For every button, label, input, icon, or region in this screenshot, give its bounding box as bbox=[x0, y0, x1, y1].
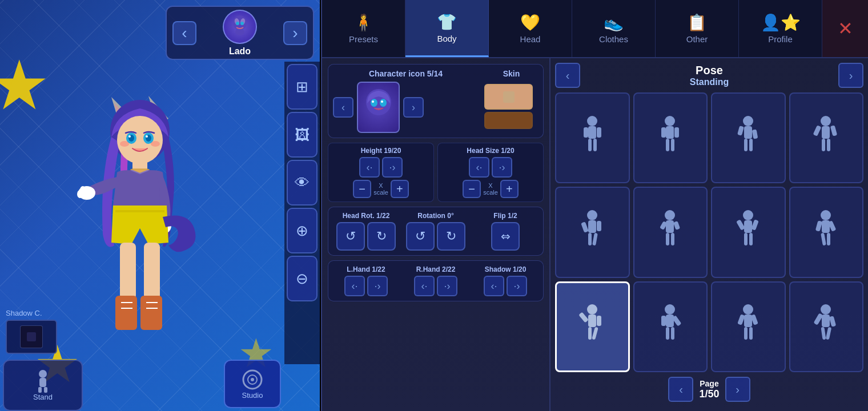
svg-point-45 bbox=[381, 100, 383, 103]
studio-button[interactable]: Studio bbox=[224, 360, 281, 408]
pose-item-8[interactable] bbox=[789, 187, 864, 277]
prev-page-button[interactable]: ‹ bbox=[668, 377, 693, 402]
pose-item-2[interactable] bbox=[633, 92, 708, 183]
char-icon-preview bbox=[357, 82, 400, 133]
pose-item-5[interactable] bbox=[555, 187, 630, 277]
rotation-ccw-button[interactable]: ↺ bbox=[406, 222, 435, 251]
skin-label: Skin bbox=[484, 69, 539, 78]
eye-button[interactable]: 👁 bbox=[287, 160, 318, 206]
prev-char-icon-button[interactable]: ‹ bbox=[333, 97, 353, 118]
svg-point-106 bbox=[743, 304, 753, 315]
skin-swatch-light[interactable] bbox=[484, 84, 533, 110]
hands-shadow-section: L.Hand 1/22 ‹· ·› R.Hand 2/22 ‹· ·› bbox=[328, 260, 544, 301]
height-label: Height 19/20 bbox=[333, 147, 429, 155]
tab-head[interactable]: 💛 Head bbox=[489, 0, 572, 57]
svg-point-82 bbox=[743, 210, 753, 220]
svg-point-88 bbox=[821, 210, 831, 220]
tab-clothes-label: Clothes bbox=[599, 34, 628, 44]
presets-icon: 🧍 bbox=[353, 13, 373, 32]
pose-item-9[interactable] bbox=[555, 281, 630, 372]
svg-rect-62 bbox=[744, 139, 748, 151]
rotation-section: Head Rot. 1/22 ↺ ↻ Rotation 0° ↺ ↻ bbox=[328, 207, 544, 256]
next-character-button[interactable]: › bbox=[283, 21, 307, 45]
stand-label: Stand bbox=[33, 393, 53, 401]
prev-shadow-button[interactable]: ‹· bbox=[484, 276, 504, 296]
svg-rect-80 bbox=[666, 233, 669, 245]
character-avatar-container: Lado bbox=[223, 10, 257, 57]
tab-presets[interactable]: 🧍 Presets bbox=[322, 0, 405, 57]
prev-head-size-button[interactable]: ‹· bbox=[469, 157, 489, 178]
svg-rect-117 bbox=[826, 327, 831, 340]
prev-r-hand-button[interactable]: ‹· bbox=[414, 276, 435, 296]
tab-profile[interactable]: 👤⭐ Profile bbox=[739, 0, 822, 57]
rotation-cw-button[interactable]: ↻ bbox=[437, 222, 465, 251]
flip-button[interactable]: ⇔ bbox=[491, 222, 520, 251]
head-size-minus-button[interactable]: − bbox=[463, 180, 481, 198]
svg-rect-66 bbox=[813, 125, 822, 136]
next-head-size-button[interactable]: ·› bbox=[492, 157, 512, 178]
add-grid-button[interactable]: ⊞ bbox=[287, 64, 318, 110]
pose-item-11[interactable] bbox=[711, 281, 786, 372]
next-r-hand-button[interactable]: ·› bbox=[437, 276, 457, 296]
svg-rect-107 bbox=[744, 315, 752, 327]
tab-bar: 🧍 Presets 👕 Body 💛 Head 👟 Clothes 📋 Othe… bbox=[322, 0, 868, 58]
stand-button[interactable]: Stand bbox=[3, 360, 83, 411]
shadow-swatch[interactable] bbox=[6, 320, 57, 354]
svg-rect-81 bbox=[671, 233, 674, 245]
svg-rect-68 bbox=[822, 139, 825, 151]
prev-pose-page-button[interactable]: ‹ bbox=[555, 63, 580, 88]
next-page-button[interactable]: › bbox=[725, 377, 750, 402]
next-height-button[interactable]: ·› bbox=[382, 157, 403, 178]
svg-rect-79 bbox=[673, 221, 680, 230]
svg-point-100 bbox=[665, 304, 675, 315]
head-size-plus-button[interactable]: + bbox=[500, 180, 519, 198]
next-shadow-button[interactable]: ·› bbox=[507, 276, 527, 296]
image-button[interactable]: 🖼 bbox=[287, 112, 318, 158]
head-size-scale-label: Xscale bbox=[483, 182, 498, 196]
pose-item-12[interactable] bbox=[789, 281, 864, 372]
svg-rect-72 bbox=[581, 221, 589, 233]
pose-item-1[interactable] bbox=[555, 92, 630, 183]
pose-item-4[interactable] bbox=[789, 92, 864, 183]
pose-title-container: Pose Standing bbox=[580, 64, 838, 87]
pose-title: Pose bbox=[580, 64, 838, 77]
height-plus-button[interactable]: + bbox=[391, 180, 409, 198]
character-name: Lado bbox=[229, 46, 251, 57]
zoom-in-button[interactable]: ⊕ bbox=[287, 208, 318, 253]
skin-swatch-dark[interactable] bbox=[484, 112, 533, 129]
l-hand-subsection: L.Hand 1/22 ‹· ·› bbox=[333, 265, 399, 296]
next-l-hand-button[interactable]: ·› bbox=[367, 276, 388, 296]
prev-character-button[interactable]: ‹ bbox=[172, 21, 196, 45]
tab-other[interactable]: 📋 Other bbox=[656, 0, 739, 57]
head-rot-ccw-button[interactable]: ↺ bbox=[336, 222, 365, 251]
next-char-icon-button[interactable]: › bbox=[403, 97, 424, 118]
pose-header: ‹ Pose Standing › bbox=[555, 63, 863, 88]
pose-item-6[interactable] bbox=[633, 187, 708, 277]
star-decoration-1: ★ bbox=[0, 46, 50, 125]
svg-rect-67 bbox=[830, 125, 837, 136]
settings-panel: 🧍 Presets 👕 Body 💛 Head 👟 Clothes 📋 Othe… bbox=[321, 0, 868, 411]
svg-point-94 bbox=[587, 304, 597, 315]
next-pose-page-button[interactable]: › bbox=[838, 63, 863, 88]
prev-l-hand-button[interactable]: ‹· bbox=[344, 276, 365, 296]
head-rot-cw-button[interactable]: ↻ bbox=[367, 222, 396, 251]
pose-item-3[interactable] bbox=[711, 92, 786, 183]
height-section: Height 19/20 ‹· ·› − Xscale + bbox=[328, 143, 434, 202]
svg-rect-101 bbox=[666, 315, 674, 327]
tab-clothes[interactable]: 👟 Clothes bbox=[572, 0, 656, 57]
svg-rect-83 bbox=[744, 220, 752, 233]
tab-body[interactable]: 👕 Body bbox=[405, 0, 489, 57]
svg-point-112 bbox=[821, 304, 831, 315]
close-button[interactable]: ✕ bbox=[822, 0, 868, 57]
zoom-out-button[interactable]: ⊖ bbox=[287, 256, 318, 301]
svg-rect-26 bbox=[120, 243, 136, 300]
svg-rect-84 bbox=[736, 219, 745, 231]
svg-point-44 bbox=[372, 100, 374, 103]
svg-rect-65 bbox=[822, 126, 830, 139]
prev-height-button[interactable]: ‹· bbox=[359, 157, 380, 178]
pose-item-7[interactable] bbox=[711, 187, 786, 277]
height-minus-button[interactable]: − bbox=[353, 180, 371, 198]
svg-point-16 bbox=[128, 135, 131, 138]
pose-item-10[interactable] bbox=[633, 281, 708, 372]
svg-rect-116 bbox=[821, 327, 826, 340]
